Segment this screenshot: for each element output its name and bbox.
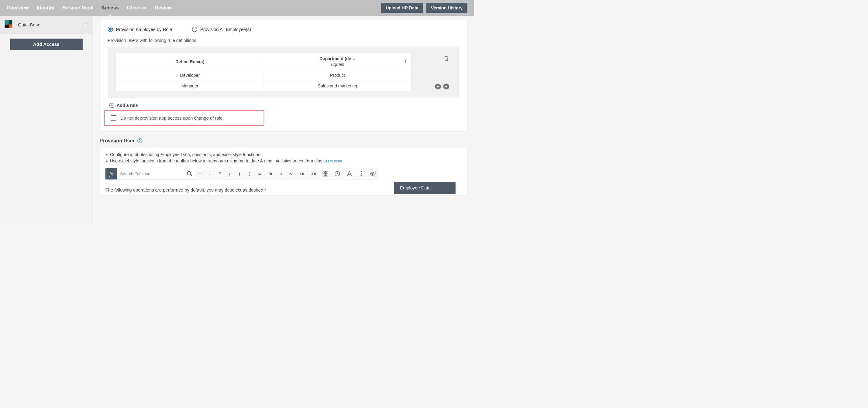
search-function-field	[117, 168, 195, 179]
add-row-icon[interactable]: +	[443, 83, 449, 90]
op-lparen[interactable]: (	[235, 168, 245, 179]
bullet-2: Use excel-style functions from the toolb…	[110, 158, 461, 164]
quickbase-logo-icon	[5, 20, 14, 30]
table-row: Manager Sales and marketing	[116, 81, 411, 91]
upload-hr-data-button[interactable]: Upload HR Data	[381, 3, 423, 13]
cell-role[interactable]: Developer	[116, 70, 264, 81]
rules-table: Define Role(s) Department (de… Equals	[116, 53, 411, 92]
nav-identity[interactable]: Identity	[37, 5, 54, 11]
rule-subheading: Provision users with following rule defi…	[107, 38, 459, 43]
radio-by-role-label: Provision Employee by Role	[116, 27, 172, 32]
math-grid-icon[interactable]	[319, 168, 331, 179]
op-mult[interactable]: *	[215, 168, 225, 179]
provision-user-title: Provision User	[100, 138, 135, 144]
svg-point-3	[361, 171, 361, 172]
add-rule-label: Add a rule	[117, 103, 138, 108]
rule-definition-block: Define Role(s) Department (de… Equals	[107, 46, 459, 98]
radio-provision-all[interactable]: Provision All Employee(s)	[192, 27, 251, 32]
nav-overview[interactable]: Overview	[7, 5, 29, 11]
formula-toolbar: fx + - * / ( ) = != > < <= >=	[105, 168, 462, 179]
remove-row-icon[interactable]: −	[435, 83, 441, 90]
more-icon[interactable]	[84, 23, 88, 27]
cell-dept[interactable]: Sales and marketing	[264, 81, 411, 91]
top-navbar: Overview Identity Service Desk Access Ob…	[0, 0, 474, 16]
plus-circle-icon: +	[110, 103, 114, 108]
checkbox-unchecked-icon[interactable]	[111, 115, 116, 121]
cell-dept[interactable]: Product	[264, 70, 411, 81]
add-rule-button[interactable]: + Add a rule	[110, 103, 459, 108]
op-div[interactable]: /	[225, 168, 235, 179]
col-define-roles: Define Role(s)	[116, 53, 264, 70]
search-function-input[interactable]	[120, 171, 185, 176]
col-department: Department (de… Equals	[264, 53, 411, 70]
table-row: Developer Product	[116, 70, 411, 81]
radio-selected-icon	[107, 27, 113, 32]
bullet-1: Configure attributes using Employee Data…	[110, 152, 461, 158]
column-more-icon[interactable]	[404, 60, 408, 64]
delete-rule-icon[interactable]	[444, 55, 449, 62]
no-deprovision-label: Do not deprovision app access upon chang…	[120, 115, 222, 121]
radio-all-label: Provision All Employee(s)	[200, 27, 251, 32]
learn-more-link[interactable]: Learn more	[323, 159, 342, 163]
clock-icon[interactable]	[331, 168, 343, 179]
provision-user-panel: Configure attributes using Employee Data…	[100, 147, 467, 196]
radio-provision-by-role[interactable]: Provision Employee by Role	[107, 27, 172, 32]
nav-access[interactable]: Access	[101, 5, 119, 11]
sidebar-app-row[interactable]: QuickBase	[0, 16, 93, 34]
info-icon[interactable]	[355, 168, 367, 179]
provision-rules-panel: Provision Employee by Role Provision All…	[100, 20, 467, 131]
text-a-icon[interactable]	[343, 168, 355, 179]
ai-sparkle-icon[interactable]	[367, 168, 379, 179]
main-content: Provision Employee by Role Provision All…	[93, 16, 474, 223]
col2-operator: Equals	[267, 62, 408, 67]
op-neq[interactable]: !=	[265, 168, 276, 179]
svg-point-0	[187, 172, 191, 175]
op-lte[interactable]: <=	[296, 168, 308, 179]
op-eq[interactable]: =	[255, 168, 265, 179]
nav-service-desk[interactable]: Service Desk	[62, 5, 93, 11]
radio-unselected-icon	[192, 27, 197, 32]
nav-review[interactable]: Review	[155, 5, 172, 11]
op-plus[interactable]: +	[195, 168, 205, 179]
version-history-button[interactable]: Version History	[426, 3, 467, 13]
help-icon[interactable]: ?	[137, 138, 142, 143]
no-deprovision-checkbox-row[interactable]: Do not deprovision app access upon chang…	[104, 110, 264, 126]
cell-role[interactable]: Manager	[116, 81, 264, 91]
employee-data-button[interactable]: Employee Data	[394, 182, 455, 194]
op-minus[interactable]: -	[205, 168, 215, 179]
op-rparen[interactable]: )	[245, 168, 255, 179]
op-gt[interactable]: >	[276, 168, 286, 179]
sidebar-app-name: QuickBase	[18, 22, 84, 27]
nav-observe[interactable]: Observe	[127, 5, 147, 11]
add-access-button[interactable]: Add Access	[10, 39, 83, 50]
op-lt[interactable]: <	[286, 168, 296, 179]
fx-icon[interactable]: fx	[105, 168, 117, 179]
search-icon[interactable]	[187, 171, 193, 177]
sidebar: QuickBase Add Access	[0, 16, 93, 223]
op-gte[interactable]: >=	[308, 168, 319, 179]
col2-title: Department (de…	[267, 56, 408, 62]
